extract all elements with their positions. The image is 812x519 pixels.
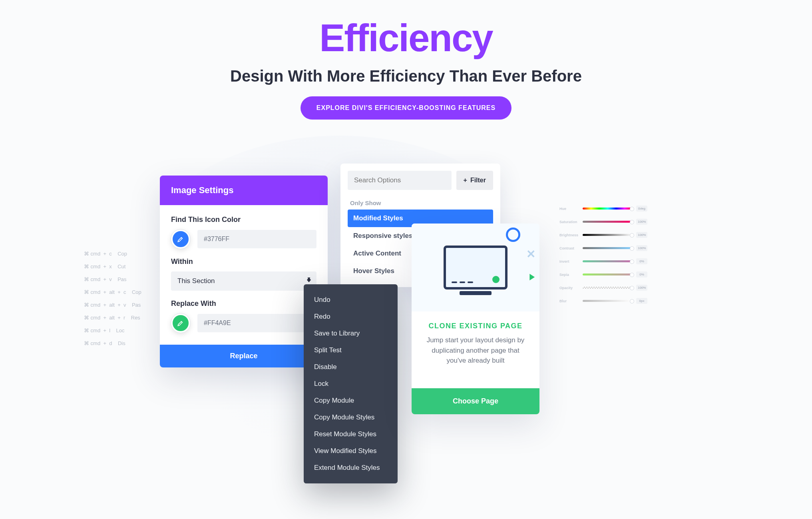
context-menu-item[interactable]: Redo	[304, 308, 398, 325]
slider-row: Hue0deg	[559, 206, 647, 212]
play-icon	[526, 271, 537, 284]
slider-track[interactable]	[583, 247, 633, 249]
slider-row: Sepia0%	[559, 271, 647, 277]
shortcut-row: ⌘ cmd + alt + c Cop	[84, 286, 141, 299]
plus-icon: +	[464, 177, 467, 184]
circle-shape-icon	[506, 228, 520, 242]
shortcut-row: ⌘ cmd + x Cut	[84, 260, 141, 273]
slider-label: Blur	[559, 299, 579, 303]
shortcut-row: ⌘ cmd + v Pas	[84, 273, 141, 286]
slider-row: Opacity100%	[559, 285, 647, 291]
slider-value: 0%	[636, 271, 647, 277]
slider-label: Hue	[559, 207, 579, 211]
clone-description: Jump start your layout design by duplica…	[412, 335, 539, 376]
slider-row: Saturation100%	[559, 219, 647, 225]
slider-row: Blur0px	[559, 298, 647, 304]
slider-label: Brightness	[559, 233, 579, 237]
replace-button[interactable]: Replace	[160, 345, 328, 367]
color-adjustment-sliders: Hue0degSaturation100%Brightness100%Contr…	[559, 206, 647, 311]
context-menu-item[interactable]: Copy Module	[304, 392, 398, 409]
hero-title: Efficiency	[0, 16, 812, 60]
slider-track[interactable]	[583, 273, 633, 275]
replace-color-input[interactable]	[197, 314, 316, 332]
slider-track[interactable]	[583, 287, 633, 289]
shortcut-row: ⌘ cmd + l Loc	[84, 324, 141, 337]
slider-label: Opacity	[559, 286, 579, 290]
slider-label: Saturation	[559, 220, 579, 224]
slider-track[interactable]	[583, 221, 633, 223]
slider-value: 0%	[636, 258, 647, 264]
context-menu-item[interactable]: Split Test	[304, 342, 398, 359]
slider-track[interactable]	[583, 300, 633, 302]
context-menu-item[interactable]: Disable	[304, 359, 398, 375]
image-settings-panel: Image Settings Find This Icon Color With…	[160, 176, 328, 367]
eyedropper-icon[interactable]	[171, 230, 190, 249]
slider-track[interactable]	[583, 208, 633, 210]
filter-button[interactable]: + Filter	[456, 171, 493, 190]
find-color-input[interactable]	[197, 230, 316, 248]
context-menu-item[interactable]: View Modified Styles	[304, 443, 398, 459]
clone-illustration: ✕	[412, 224, 539, 311]
eyedropper-icon[interactable]	[171, 313, 190, 333]
slider-label: Sepia	[559, 273, 579, 277]
context-menu-item[interactable]: Reset Module Styles	[304, 426, 398, 443]
replace-with-label: Replace With	[171, 299, 316, 308]
shortcut-row: ⌘ cmd + alt + r Res	[84, 311, 141, 324]
within-label: Within	[171, 258, 316, 266]
slider-row: Brightness100%	[559, 232, 647, 238]
keyboard-shortcuts-list: ⌘ cmd + c Cop⌘ cmd + x Cut⌘ cmd + v Pas⌘…	[84, 248, 141, 350]
shortcut-row: ⌘ cmd + d Dis	[84, 337, 141, 350]
slider-row: Contrast100%	[559, 245, 647, 251]
slider-value: 100%	[636, 219, 647, 225]
shortcut-row: ⌘ cmd + alt + v Pas	[84, 299, 141, 311]
slider-value: 0deg	[636, 206, 647, 212]
slider-row: Invert0%	[559, 258, 647, 264]
slider-value: 100%	[636, 232, 647, 238]
slider-value: 100%	[636, 245, 647, 251]
panel-header: Image Settings	[160, 176, 328, 205]
filter-label: Filter	[470, 177, 486, 184]
x-shape-icon: ✕	[526, 248, 535, 261]
slider-value: 100%	[636, 285, 647, 291]
context-menu-item[interactable]: Extend Module Styles	[304, 459, 398, 476]
clone-page-card: ✕ CLONE EXISTING PAGE Jump start your la…	[412, 224, 539, 414]
shortcut-row: ⌘ cmd + c Cop	[84, 248, 141, 260]
slider-label: Invert	[559, 260, 579, 263]
context-menu-item[interactable]: Lock	[304, 375, 398, 392]
context-menu: UndoRedoSave to LibrarySplit TestDisable…	[304, 284, 398, 483]
context-menu-item[interactable]: Undo	[304, 291, 398, 308]
slider-label: Contrast	[559, 246, 579, 250]
context-menu-item[interactable]: Copy Module Styles	[304, 409, 398, 426]
find-color-label: Find This Icon Color	[171, 216, 316, 224]
slider-track[interactable]	[583, 260, 633, 262]
explore-features-button[interactable]: EXPLORE DIVI'S EFFICIENCY-BOOSTING FEATU…	[301, 96, 511, 120]
within-select[interactable]: This Section	[171, 271, 316, 291]
slider-value: 0px	[636, 298, 647, 304]
choose-page-button[interactable]: Choose Page	[412, 388, 539, 414]
search-input[interactable]	[348, 171, 452, 190]
only-show-label: Only Show	[348, 196, 493, 210]
monitor-icon	[444, 246, 508, 289]
clone-title: CLONE EXISTING PAGE	[412, 311, 539, 335]
slider-track[interactable]	[583, 234, 633, 236]
context-menu-item[interactable]: Save to Library	[304, 325, 398, 342]
hero-subtitle: Design With More Efficiency Than Ever Be…	[0, 67, 812, 85]
